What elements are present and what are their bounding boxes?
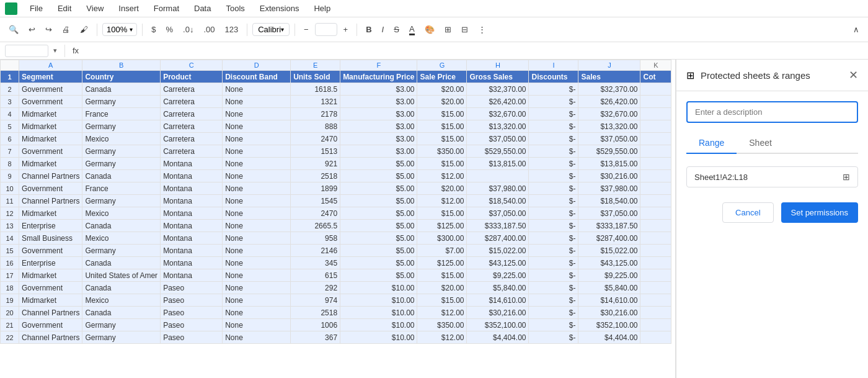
cell-units-sold[interactable]: 345	[291, 257, 340, 269]
cell-product[interactable]: Montana	[161, 269, 223, 282]
cell-discounts[interactable]: $-	[529, 294, 578, 307]
cell-gross-sales[interactable]: $15,022.00	[467, 245, 529, 257]
cell-country[interactable]: Canada	[82, 83, 161, 96]
cell-gross-sales[interactable]: $13,815.00	[467, 158, 529, 170]
cell-discount-band[interactable]: None	[223, 170, 291, 182]
cell-sale-price[interactable]: $20.00	[417, 83, 467, 96]
cell-discounts[interactable]: $-	[529, 83, 578, 96]
cell-discounts[interactable]: $-	[529, 120, 578, 133]
cell-sale-price[interactable]: $20.00	[417, 182, 467, 195]
cell-sales[interactable]: $30,216.00	[578, 307, 640, 319]
header-mfg-price[interactable]: Manufacturing Price	[340, 71, 417, 83]
cell-product[interactable]: Carretera	[161, 120, 223, 133]
cell-mfg-price[interactable]: $3.00	[340, 83, 417, 96]
cell-segment[interactable]: Midmarket	[19, 294, 82, 307]
cell-sales[interactable]: $9,225.00	[578, 269, 640, 282]
cell-sale-price[interactable]: $15.00	[417, 269, 467, 282]
cell-cot[interactable]	[640, 257, 671, 269]
formula-input[interactable]: Government	[84, 46, 863, 55]
cell-product[interactable]: Montana	[161, 158, 223, 170]
cell-units-sold[interactable]: 2470	[291, 133, 340, 145]
description-input[interactable]	[686, 101, 858, 123]
cell-sale-price[interactable]: $350.00	[417, 319, 467, 331]
cell-sale-price[interactable]: $12.00	[417, 170, 467, 182]
cell-gross-sales[interactable]: $4,404.00	[467, 331, 529, 344]
cell-discount-band[interactable]: None	[223, 269, 291, 282]
cell-mfg-price[interactable]: $3.00	[340, 108, 417, 120]
cell-sales[interactable]: $529,550.00	[578, 145, 640, 158]
cell-discounts[interactable]: $-	[529, 96, 578, 108]
bold-button[interactable]: B	[362, 22, 375, 37]
cell-country[interactable]: Germany	[82, 158, 161, 170]
cell-country[interactable]: Germany	[82, 195, 161, 207]
redo-button[interactable]: ↪	[42, 22, 56, 37]
cell-mfg-price[interactable]: $3.00	[340, 96, 417, 108]
cell-units-sold[interactable]: 921	[291, 158, 340, 170]
cell-discounts[interactable]: $-	[529, 282, 578, 294]
cell-units-sold[interactable]: 1545	[291, 195, 340, 207]
cell-country[interactable]: Germany	[82, 96, 161, 108]
cell-discounts[interactable]: $-	[529, 245, 578, 257]
col-header-G[interactable]: G	[417, 60, 467, 71]
cell-sales[interactable]: $18,540.00	[578, 195, 640, 207]
cell-sale-price[interactable]: $15.00	[417, 294, 467, 307]
percent-button[interactable]: %	[162, 22, 177, 37]
cell-discount-band[interactable]: None	[223, 108, 291, 120]
cell-product[interactable]: Montana	[161, 257, 223, 269]
cell-discount-band[interactable]: None	[223, 282, 291, 294]
cell-segment[interactable]: Channel Partners	[19, 170, 82, 182]
cell-gross-sales[interactable]: $37,050.00	[467, 207, 529, 220]
cell-units-sold[interactable]: 2178	[291, 108, 340, 120]
menu-file[interactable]: File	[27, 2, 45, 14]
cell-cot[interactable]	[640, 232, 671, 245]
cell-discounts[interactable]: $-	[529, 307, 578, 319]
cell-discount-band[interactable]: None	[223, 220, 291, 232]
cell-sale-price[interactable]: $15.00	[417, 108, 467, 120]
merge-button[interactable]: ⊟	[458, 22, 472, 37]
header-segment[interactable]: Segment	[19, 71, 82, 83]
cell-segment[interactable]: Small Business	[19, 232, 82, 245]
cell-product[interactable]: Montana	[161, 245, 223, 257]
cell-product[interactable]: Paseo	[161, 282, 223, 294]
cell-units-sold[interactable]: 2470	[291, 207, 340, 220]
cell-mfg-price[interactable]: $5.00	[340, 257, 417, 269]
cell-cot[interactable]	[640, 83, 671, 96]
cell-segment[interactable]: Government	[19, 245, 82, 257]
cell-sales[interactable]: $13,320.00	[578, 120, 640, 133]
cell-sale-price[interactable]: $125.00	[417, 220, 467, 232]
col-header-H[interactable]: H	[467, 60, 529, 71]
col-header-J[interactable]: J	[578, 60, 640, 71]
cell-gross-sales[interactable]: $18,540.00	[467, 195, 529, 207]
font-increase-button[interactable]: +	[340, 22, 352, 37]
cell-segment[interactable]: Channel Partners	[19, 195, 82, 207]
cell-units-sold[interactable]: 367	[291, 331, 340, 344]
cell-mfg-price[interactable]: $5.00	[340, 158, 417, 170]
cell-product[interactable]: Paseo	[161, 294, 223, 307]
menu-tools[interactable]: Tools	[223, 2, 247, 14]
cell-segment[interactable]: Enterprise	[19, 257, 82, 269]
cell-discount-band[interactable]: None	[223, 232, 291, 245]
cell-sale-price[interactable]: $15.00	[417, 207, 467, 220]
cell-gross-sales[interactable]: $30,216.00	[467, 307, 529, 319]
cell-discount-band[interactable]: None	[223, 307, 291, 319]
cell-sales[interactable]: $37,980.00	[578, 182, 640, 195]
cell-product[interactable]: Montana	[161, 207, 223, 220]
cell-gross-sales[interactable]: $287,400.00	[467, 232, 529, 245]
cell-sale-price[interactable]: $15.00	[417, 133, 467, 145]
paint-format-button[interactable]: 🖌	[76, 22, 92, 37]
cell-cot[interactable]	[640, 331, 671, 344]
col-header-E[interactable]: E	[291, 60, 340, 71]
cell-country[interactable]: France	[82, 182, 161, 195]
cell-units-sold[interactable]: 958	[291, 232, 340, 245]
cell-discount-band[interactable]: None	[223, 96, 291, 108]
cell-mfg-price[interactable]: $10.00	[340, 319, 417, 331]
cell-country[interactable]: Canada	[82, 170, 161, 182]
cell-country[interactable]: Mexico	[82, 232, 161, 245]
font-size-input[interactable]: 8	[315, 23, 337, 36]
cell-mfg-price[interactable]: $10.00	[340, 331, 417, 344]
cell-cot[interactable]	[640, 145, 671, 158]
cell-units-sold[interactable]: 1899	[291, 182, 340, 195]
cell-discounts[interactable]: $-	[529, 182, 578, 195]
cell-units-sold[interactable]: 2665.5	[291, 220, 340, 232]
header-units-sold[interactable]: Units Sold	[291, 71, 340, 83]
